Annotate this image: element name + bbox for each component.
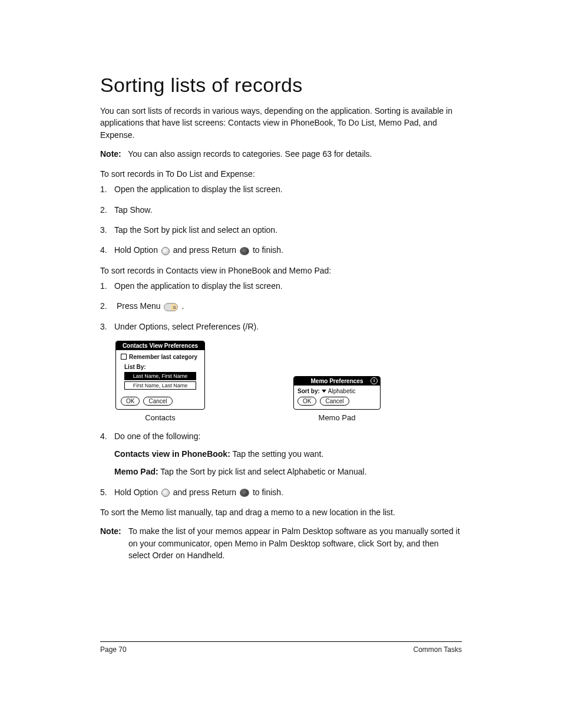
list-by-option-2[interactable]: First Name, Last Name [124,381,196,390]
figures-row: Contacts View Preferences Remember last … [115,341,462,422]
memo-caption: Memo Pad [319,413,356,422]
step-b3: 3.Under Options, select Preferences (/R)… [100,321,462,332]
contacts-caption: Contacts [145,413,175,422]
note-1-label: Note: [100,149,121,159]
steps-a: 1.Open the application to display the li… [100,183,462,256]
step-a2: 2.Tap Show. [100,204,462,216]
section-b-heading: To sort records in Contacts view in Phon… [100,265,462,276]
option-key-icon [161,489,170,497]
memo-dialog-title: Memo Preferences i [294,377,380,386]
after-steps-paragraph: To sort the Memo list manually, tap and … [100,506,462,518]
contacts-figure: Contacts View Preferences Remember last … [115,341,205,422]
step-a3: 3.Tap the Sort by pick list and select a… [100,224,462,236]
sort-by-label: Sort by: [297,388,320,394]
return-key-icon [240,489,249,497]
step-b4-contacts: Contacts view in PhoneBook: Tap the sett… [114,448,462,460]
note-1-text: You can also assign records to categorie… [128,149,372,159]
info-icon[interactable]: i [371,377,378,384]
note-2-text: To make the list of your memos appear in… [128,525,462,561]
footer-section: Common Tasks [414,645,462,654]
dropdown-icon[interactable] [322,390,326,393]
list-by-label: List By: [124,364,200,370]
list-by-option-1[interactable]: Last Name, First Name [124,372,196,380]
intro-paragraph: You can sort lists of records in various… [100,105,462,141]
steps-b-cont: 4. Do one of the following: Contacts vie… [100,430,462,498]
memo-ok-button[interactable]: OK [297,397,316,406]
page-footer: Page 70 Common Tasks [100,641,462,654]
contacts-ok-button[interactable]: OK [121,397,140,406]
steps-b: 1.Open the application to display the li… [100,280,462,332]
sort-by-value[interactable]: Alphabetic [328,388,356,394]
contacts-dialog-title: Contacts View Preferences [116,341,204,350]
remember-checkbox[interactable] [121,354,127,360]
option-key-icon [161,247,170,255]
contacts-dialog: Contacts View Preferences Remember last … [115,341,205,410]
memo-dialog: Memo Preferences i Sort by: Alphabetic O… [293,376,381,410]
step-a4: 4. Hold Option and press Return to finis… [100,244,462,256]
section-a-heading: To sort records in To Do List and Expens… [100,168,462,180]
step-b1: 1.Open the application to display the li… [100,280,462,292]
note-2-label: Note: [100,525,128,561]
contacts-cancel-button[interactable]: Cancel [143,397,172,406]
remember-label: Remember last category [129,354,197,360]
step-b2: 2. Press Menu . [100,300,462,312]
return-key-icon [240,247,249,255]
page-title: Sorting lists of records [100,74,462,97]
step-b4: 4. Do one of the following: Contacts vie… [100,430,462,478]
memo-figure: Memo Preferences i Sort by: Alphabetic O… [293,376,381,422]
memo-cancel-button[interactable]: Cancel [320,397,349,406]
sort-by-row: Sort by: Alphabetic [297,388,376,394]
note-1: Note: You can also assign records to cat… [100,148,462,160]
note-2: Note: To make the list of your memos app… [100,525,462,561]
step-b5: 5. Hold Option and press Return to finis… [100,486,462,498]
step-b4-memo: Memo Pad: Tap the Sort by pick list and … [114,466,462,477]
footer-page-number: Page 70 [100,645,127,654]
step-a1: 1.Open the application to display the li… [100,183,462,195]
remember-last-category-row: Remember last category [121,354,200,360]
menu-key-icon [164,303,178,311]
